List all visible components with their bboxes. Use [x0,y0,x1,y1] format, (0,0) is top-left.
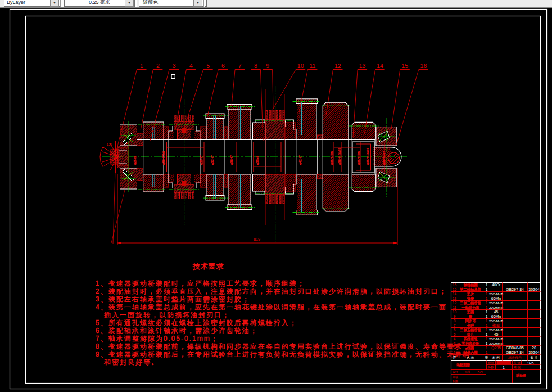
svg-text:审核: 审核 [453,375,458,379]
svg-text:45: 45 [494,332,499,336]
svg-text:1: 1 [486,332,488,336]
svg-text:7: 7 [238,62,242,69]
svg-text:1: 1 [140,62,143,69]
svg-text:插入一面旋转，以防损坏油封刃口；: 插入一面旋转，以防损坏油封刃口； [104,311,230,319]
svg-text:13: 13 [453,296,457,300]
svg-text:7: 7 [454,323,456,327]
svg-text:10: 10 [297,62,304,69]
svg-text:1: 1 [503,366,505,370]
svg-text:5: 5 [454,332,456,336]
svg-text:819: 819 [254,237,260,241]
svg-text:件数: 件数 [488,366,495,369]
svg-text:1: 1 [486,287,488,291]
svg-text:φ35H7/k6: φ35H7/k6 [357,151,360,165]
svg-text:16: 16 [453,283,457,287]
svg-text:弹簧: 弹簧 [467,296,474,301]
svg-text:20CrMnTi: 20CrMnTi [489,319,503,323]
svg-text:名 称: 名 称 [467,356,474,360]
svg-text:1: 1 [486,292,488,296]
svg-text:四挡齿轮: 四挡齿轮 [463,337,478,341]
svg-text:40Cr: 40Cr [492,283,501,287]
svg-text:1: 1 [486,283,488,287]
svg-text:Q235: Q235 [491,346,501,350]
svg-text:4、装第一轴轴承盖总成前，应先在第一轴花键处涂以润滑脂，在装: 4、装第一轴轴承盖总成前，应先在第一轴花键处涂以润滑脂，在装第一轴轴承盖总成，装… [96,303,447,311]
svg-text:标准代号: 标准代号 [508,356,522,360]
svg-text:12: 12 [453,301,457,305]
svg-text:1、变速器驱动桥装配时，应严格按照工艺要求，顺序组装；: 1、变速器驱动桥装配时，应严格按照工艺要求，顺序组装； [96,280,305,287]
svg-text:6、装配轴承和滚针轴承时，需涂少许齿轮油；: 6、装配轴承和滚针轴承时，需涂少许齿轮油； [96,327,258,335]
svg-text:1: 1 [486,350,488,354]
svg-text:3: 3 [173,62,176,69]
svg-text:φ32H7: φ32H7 [211,155,214,165]
svg-text:30204: 30204 [528,287,540,291]
svg-text:φ35k6: φ35k6 [256,156,259,165]
svg-text:15: 15 [401,62,408,69]
svg-text:1: 1 [454,350,456,354]
svg-text:第 张: 第 张 [513,366,521,370]
svg-text:装配图册: 装配图册 [456,363,470,367]
svg-text:4: 4 [189,62,193,69]
svg-text:6: 6 [221,62,225,69]
svg-text:φ30H7/k6: φ30H7/k6 [162,151,165,165]
svg-text:第二轴轴承盖: 第二轴轴承盖 [460,287,481,292]
svg-text:1.25: 1.25 [107,143,112,146]
svg-text:二轴五挡齿轮: 二轴五挡齿轮 [460,328,481,332]
svg-text:30204: 30204 [528,350,540,354]
svg-text:9、变速器驱动桥装配后，在专用试验台上进行有负荷和无负荷模拟: 9、变速器驱动桥装配后，在专用试验台上进行有负荷和无负荷模拟实验，以保证换挡准确… [96,350,470,358]
svg-text:GB848-85: GB848-85 [506,346,524,350]
svg-text:45: 45 [494,310,499,314]
svg-text:簧: 簧 [469,314,472,319]
svg-text:量: 量 [485,356,488,359]
svg-text:五挡齿轮副: 五挡齿轮副 [461,341,479,346]
svg-text:8: 8 [454,319,456,323]
svg-text:共 张: 共 张 [513,361,521,365]
svg-text:8、变速器驱动桥装配前，操纵机构和同步器应在各自的专用实验台: 8、变速器驱动桥装配前，操纵机构和同步器应在各自的专用实验台上进行试验，以保证强… [96,343,470,350]
svg-text:设计: 设计 [452,370,458,373]
svg-text:1: 1 [486,305,488,309]
svg-text:14: 14 [377,62,383,69]
svg-text:二轴三挡齿轮: 二轴三挡齿轮 [460,301,481,305]
svg-text:一轴啮合套: 一轴啮合套 [461,305,479,310]
svg-text:序: 序 [453,355,456,359]
svg-text:和密封良好等。: 和密封良好等。 [104,358,159,366]
svg-text:20CrMnTi: 20CrMnTi [489,337,503,341]
svg-text:φ42H7: φ42H7 [298,155,302,165]
svg-text:15: 15 [453,287,457,291]
svg-text:20CrMnTi: 20CrMnTi [489,342,503,345]
svg-text:9: 9 [454,314,456,318]
svg-text:1: 1 [486,328,488,332]
svg-text:10: 10 [453,310,457,314]
svg-text:9-5: 9-5 [528,361,534,366]
svg-text:20CrMnTi: 20CrMnTi [489,292,503,296]
svg-text:8: 8 [254,62,257,69]
svg-text:φ38H7: φ38H7 [230,155,233,165]
svg-text:φ25k6: φ25k6 [133,156,137,165]
svg-text:轴承内圈: 轴承内圈 [463,350,477,355]
svg-text:1: 1 [486,301,488,305]
svg-text:2: 2 [156,62,160,69]
svg-text:比例: 比例 [488,361,494,365]
svg-text:1: 1 [486,323,488,327]
svg-text:技术要求: 技术要求 [192,262,224,271]
svg-text:11: 11 [453,305,456,309]
svg-text:GB297-84: GB297-84 [506,350,524,354]
svg-text:1: 1 [486,314,488,318]
svg-text:1: 1 [486,310,488,314]
svg-text:14: 14 [453,292,457,296]
svg-text:1: 1 [486,319,488,323]
svg-text:1: 1 [486,341,488,345]
svg-text:1: 1 [486,346,488,350]
svg-text:GB297-84: GB297-84 [506,287,524,291]
svg-text:卡环: 卡环 [467,323,474,327]
svg-text:9: 9 [266,62,269,69]
svg-text:1: 1 [486,337,488,341]
svg-text:20CrMnTi: 20CrMnTi [489,301,503,305]
svg-text:1: 1 [486,296,488,300]
svg-text:备 注: 备 注 [530,355,538,360]
svg-text:4: 4 [454,337,456,341]
svg-text:垫片: 垫片 [467,292,474,296]
svg-text:φ35H7/k6: φ35H7/k6 [330,151,333,165]
svg-text:20CrMnTi: 20CrMnTi [489,306,503,309]
svg-text:驱动桥: 驱动桥 [516,373,526,377]
svg-text:5: 5 [206,62,210,69]
